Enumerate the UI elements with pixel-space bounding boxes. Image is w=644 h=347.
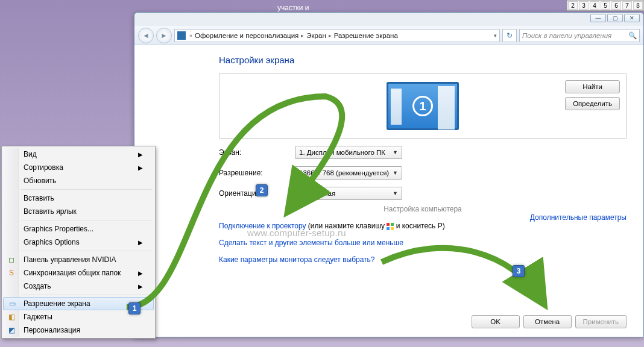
nav-back-button[interactable]: ◄ — [138, 28, 154, 43]
display-label: Экран: — [219, 148, 291, 157]
submenu-arrow-icon: ▶ — [138, 270, 143, 277]
menu-item-label: Вид — [24, 150, 37, 158]
menu-item-label: Создать — [24, 282, 51, 290]
menu-item-сортировка[interactable]: Сортировка▶ — [3, 161, 154, 174]
menu-item-создать[interactable]: Создать▶ — [3, 280, 154, 293]
windows-key-icon — [387, 223, 394, 230]
sys-btn[interactable]: 7 — [622, 1, 632, 10]
which-settings-link[interactable]: Какие параметры монитора следует выбрать… — [219, 255, 375, 264]
find-button[interactable]: Найти — [565, 80, 620, 93]
breadcrumb-segment[interactable]: Оформление и персонализация — [195, 32, 298, 39]
menu-item-label: Graphics Properties... — [24, 225, 93, 233]
chevron-down-icon: ▼ — [393, 170, 398, 176]
menu-item-label: Персонализация — [24, 326, 80, 334]
chevron-down-icon: ▼ — [393, 149, 398, 155]
menu-separator — [21, 220, 153, 220]
menu-item-вставить[interactable]: Вставить — [3, 192, 154, 205]
control-panel-icon — [177, 31, 186, 40]
search-input[interactable]: Поиск в панели управления 🔍 — [519, 29, 640, 42]
menu-item-label: Синхронизация общих папок — [24, 269, 121, 277]
refresh-button[interactable]: ↻ — [502, 29, 517, 42]
sys-btn[interactable]: 4 — [590, 1, 599, 10]
menu-item-гаджеты[interactable]: ◧Гаджеты — [3, 310, 154, 324]
orientation-label: Ориентация: — [219, 189, 291, 198]
menu-item-label: Сортировка — [24, 163, 63, 172]
nav-forward-button[interactable]: ► — [156, 28, 172, 43]
ok-button[interactable]: OK — [472, 315, 520, 328]
dialog-footer: OK Отмена Применить — [472, 315, 627, 328]
advanced-settings-link[interactable]: Дополнительные параметры — [530, 213, 627, 222]
menu-item-синхронизация-общих-папок[interactable]: SСинхронизация общих папок▶ — [3, 266, 154, 280]
sys-btn[interactable]: 3 — [579, 1, 589, 10]
menu-item-label: Разрешение экрана — [24, 299, 90, 308]
submenu-arrow-icon: ▶ — [138, 151, 143, 158]
menu-item-персонализация[interactable]: ◩Персонализация — [3, 324, 154, 337]
nvidia-icon: ◻ — [7, 255, 16, 264]
apply-button[interactable]: Применить — [575, 315, 627, 328]
window-maximize-button[interactable]: ▢ — [607, 14, 623, 22]
breadcrumb[interactable]: « Оформление и персонализация ▸ Экран ▸ … — [174, 29, 500, 42]
menu-item-label: Панель управления NVIDIA — [24, 255, 116, 264]
sys-btn[interactable]: 8 — [633, 1, 643, 10]
menu-item-label: Вставить — [24, 194, 54, 202]
page-title: Настройки экрана — [219, 55, 627, 65]
desktop-context-menu: Вид▶Сортировка▶ОбновитьВставитьВставить … — [1, 146, 156, 339]
search-icon: 🔍 — [628, 31, 637, 40]
monitor-number-badge: 1 — [412, 96, 433, 116]
chevron-down-icon[interactable]: ▾ — [494, 33, 497, 39]
breadcrumb-segment[interactable]: Разрешение экрана — [334, 32, 398, 39]
subtitle-text: Настройка компьютера — [219, 205, 627, 213]
menu-separator — [21, 189, 153, 190]
menu-item-вид[interactable]: Вид▶ — [3, 148, 154, 161]
resolution-select[interactable]: 1366 × 768 (рекомендуется)▼ — [295, 166, 402, 180]
sync-icon: S — [7, 268, 16, 278]
menu-item-вставить-ярлык[interactable]: Вставить ярлык — [3, 205, 154, 218]
menu-separator — [21, 295, 153, 295]
menu-item-label: Graphics Options — [24, 238, 80, 246]
submenu-arrow-icon: ▶ — [138, 283, 143, 290]
display-select[interactable]: 1. Дисплей мобильного ПК▼ — [295, 146, 402, 159]
system-tray-buttons: 2 3 4 5 6 7 8 — [567, 0, 644, 11]
monitor-1-thumbnail[interactable]: 1 — [387, 82, 459, 130]
sys-btn[interactable]: 6 — [611, 1, 621, 10]
sys-btn[interactable]: 2 — [568, 1, 578, 10]
window-minimize-button[interactable]: — — [590, 14, 606, 22]
window-close-button[interactable]: ✕ — [624, 14, 640, 22]
window-content: Настройки экрана 1 Найти Определить Экра… — [134, 45, 643, 337]
background-window-title: участки и — [277, 4, 309, 12]
menu-item-label: Вставить ярлык — [24, 207, 77, 216]
breadcrumb-segment[interactable]: Экран — [306, 32, 326, 39]
chevron-down-icon: ▼ — [393, 190, 398, 196]
menu-item-панель-управления-nvidia[interactable]: ◻Панель управления NVIDIA — [3, 253, 154, 266]
chevron-right-icon: ▸ — [329, 33, 332, 39]
menu-item-разрешение-экрана[interactable]: ▭Разрешение экрана — [3, 297, 154, 310]
orientation-select[interactable]: Альбомная▼ — [295, 187, 402, 200]
pers-icon: ◩ — [7, 325, 16, 335]
address-bar: ◄ ► « Оформление и персонализация ▸ Экра… — [134, 26, 643, 45]
monitor-preview-area: 1 Найти Определить — [219, 73, 627, 139]
gadget-icon: ◧ — [7, 312, 16, 322]
cancel-button[interactable]: Отмена — [523, 315, 572, 328]
sys-btn[interactable]: 5 — [601, 1, 610, 10]
watermark-text: www.computer-setup.ru — [247, 228, 346, 238]
menu-item-обновить[interactable]: Обновить — [3, 174, 154, 187]
chevron-right-icon: ▸ — [301, 33, 304, 39]
chevron-left-icon: « — [189, 33, 192, 39]
text-size-link[interactable]: Сделать текст и другие элементы больше и… — [219, 239, 403, 247]
menu-item-graphics-options[interactable]: Graphics Options▶ — [3, 236, 154, 249]
search-placeholder: Поиск в панели управления — [522, 32, 611, 39]
menu-item-label: Обновить — [24, 177, 56, 185]
screen-icon: ▭ — [7, 299, 17, 308]
identify-button[interactable]: Определить — [565, 97, 620, 110]
submenu-arrow-icon: ▶ — [138, 164, 143, 171]
menu-item-graphics-properties[interactable]: Graphics Properties... — [3, 222, 154, 236]
menu-separator — [21, 251, 153, 251]
resolution-label: Разрешение: — [219, 169, 291, 177]
submenu-arrow-icon: ▶ — [138, 239, 143, 246]
screen-resolution-window: — ▢ ✕ ◄ ► « Оформление и персонализация … — [134, 12, 644, 337]
menu-item-label: Гаджеты — [24, 313, 52, 321]
projector-hint-b: и коснитесь P) — [394, 222, 444, 230]
